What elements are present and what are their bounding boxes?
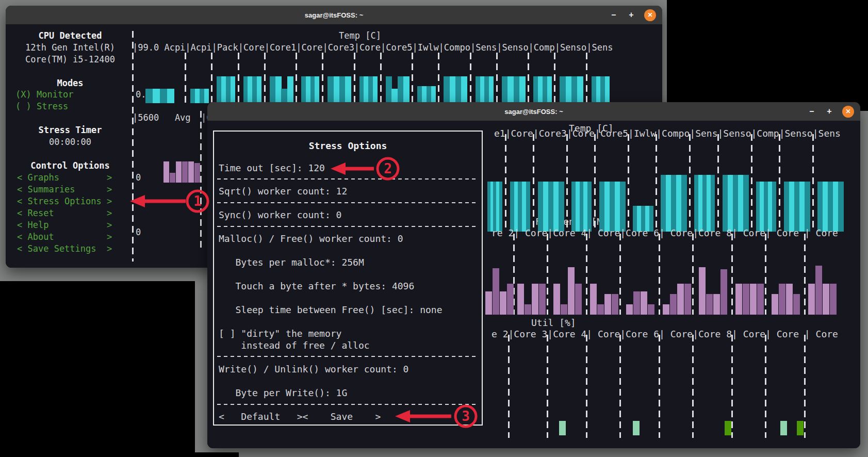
sidebar-item-save-settings[interactable]: < Save Settings >	[17, 243, 112, 255]
temp-bar-group	[275, 76, 282, 103]
cpu-model-line1: 12th Gen Intel(R)	[6, 42, 135, 54]
freq-bar	[735, 284, 742, 315]
freq-bar	[808, 284, 815, 315]
temp-bar-group	[838, 182, 844, 232]
close-icon[interactable]: ✕	[644, 9, 656, 21]
sidebar-item-about[interactable]: < About >	[17, 231, 112, 243]
maximize-icon[interactable]: +	[627, 10, 636, 20]
graph-column-separator	[264, 53, 266, 103]
temp-bar-group	[195, 89, 200, 103]
maximize-icon[interactable]: +	[825, 107, 834, 116]
freq-bar	[507, 284, 514, 315]
freq-bar	[500, 291, 506, 315]
freq-bar	[539, 284, 546, 315]
freq-bar	[493, 268, 499, 315]
temp-bar-group	[315, 76, 319, 103]
graph-column-separator	[586, 234, 587, 315]
freq-bar	[612, 294, 618, 315]
freq-bar	[772, 294, 778, 315]
freq-bar	[604, 294, 611, 315]
graph-column-separator	[619, 234, 621, 315]
dialog-field-row[interactable]: Write() / Unlink() worker count: 0	[219, 363, 408, 375]
temp-bar-group	[533, 76, 538, 103]
util-bar	[633, 421, 640, 435]
dialog-field-row[interactable]: Bytes per malloc*: 256M	[219, 256, 364, 268]
temp-bar-group	[310, 76, 315, 103]
dialog-field-row[interactable]: Sync() worker count: 0	[219, 209, 341, 221]
default-button[interactable]: Default	[241, 411, 280, 422]
temp-bar-group	[221, 76, 226, 103]
freq-bar	[517, 284, 524, 315]
graph-column-separator	[554, 53, 555, 103]
temp-bar-group	[281, 89, 287, 103]
freq-bar	[713, 294, 720, 315]
graph-column-separator	[656, 134, 657, 232]
graph-column-separator	[731, 335, 733, 438]
temp-bar-group	[306, 76, 310, 103]
graph-column-separator	[692, 234, 694, 315]
temp-bar-group	[422, 86, 427, 103]
temp-bar-group	[772, 182, 776, 232]
temp-bar-group	[167, 89, 174, 103]
temp-bar-group	[480, 76, 485, 103]
graph-column-separator	[731, 234, 733, 315]
freq-bar	[670, 294, 677, 315]
save-button[interactable]: Save	[331, 411, 353, 422]
window1-titlebar[interactable]: sagar@itsFOSS: ~ – + ✕	[6, 6, 662, 24]
temp-bar-group	[476, 76, 480, 103]
temp-bar-group	[403, 76, 410, 103]
graph-column-separator	[717, 134, 719, 232]
sidebar-item-help[interactable]: < Help >	[17, 219, 112, 231]
graph-column-separator	[804, 335, 806, 438]
dialog-field-row[interactable]: Sleep time between Free() [sec]: none	[219, 304, 442, 316]
temp-bar-group	[559, 182, 564, 232]
temp-bar-group	[768, 182, 772, 232]
dialog-field-row[interactable]: Malloc() / Free() worker count: 0	[219, 233, 403, 244]
freq-bar	[648, 304, 654, 315]
graph-column-separator	[470, 53, 471, 103]
freq-bar	[597, 304, 604, 315]
window2-controls: – + ✕	[807, 102, 854, 121]
close-icon[interactable]: ✕	[842, 106, 854, 118]
graph-column-separator	[185, 53, 186, 103]
freq-bar	[561, 304, 567, 315]
graph-column-separator	[566, 134, 568, 232]
temp-bar-group	[560, 76, 566, 103]
sidebar-item-summaries[interactable]: < Summaries >	[17, 184, 112, 195]
temp-graph-header: e1|Core|Core3|Core|Core5|Iwlw|Compo|Sens…	[494, 127, 841, 139]
temp-bar-group	[583, 182, 587, 232]
graph-column-separator	[586, 335, 587, 438]
dialog-field-row[interactable]: Sqrt() worker count: 12	[219, 185, 347, 197]
minimize-icon[interactable]: –	[609, 10, 618, 20]
temp-bar-group	[204, 89, 209, 103]
window2-titlebar[interactable]: sagar@itsFOSS: ~ – + ✕	[207, 102, 860, 121]
mode-monitor-radio[interactable]: (X) Monitor	[15, 89, 74, 101]
temp-bar-group	[226, 76, 231, 103]
control-options-heading: Control Options	[6, 160, 135, 172]
window2-terminal-content: Stress OptionsTime out [sec]: 120Sqrt() …	[207, 121, 860, 448]
dialog-field-row[interactable]: Time out [sec]: 120	[219, 162, 325, 174]
graph-column-separator	[505, 134, 506, 232]
minimize-icon[interactable]: –	[807, 107, 816, 116]
mode-stress-radio[interactable]: ( ) Stress	[15, 101, 68, 112]
graph-column-separator	[354, 53, 355, 103]
graph-column-separator	[547, 335, 548, 438]
temp-bar-group	[507, 76, 514, 103]
temp-bar-group	[596, 76, 601, 103]
dialog-field-row[interactable]: Touch a byte after * bytes: 4096	[219, 280, 414, 292]
temp-bar-group	[522, 182, 526, 232]
freq-bar	[757, 284, 764, 315]
temp-bar-group	[711, 175, 715, 232]
graph-column-separator	[132, 31, 134, 262]
dialog-separator	[217, 404, 479, 405]
freq-bar	[575, 284, 582, 315]
dialog-field-row[interactable]: Byte per Write(): 1G	[219, 387, 347, 399]
sidebar-item-stress-options[interactable]: < Stress Options >	[17, 195, 112, 207]
temp-bar-group	[571, 76, 578, 103]
temp-bar-group	[386, 76, 392, 103]
sidebar-item-reset[interactable]: < Reset >	[17, 207, 112, 219]
sidebar-item-graphs[interactable]: < Graphs >	[17, 172, 112, 184]
temp-bar-group	[538, 76, 543, 103]
black-region-top-right	[667, 0, 868, 111]
dirty-memory-checkbox[interactable]: [ ] "dirty" the memory	[219, 328, 341, 339]
